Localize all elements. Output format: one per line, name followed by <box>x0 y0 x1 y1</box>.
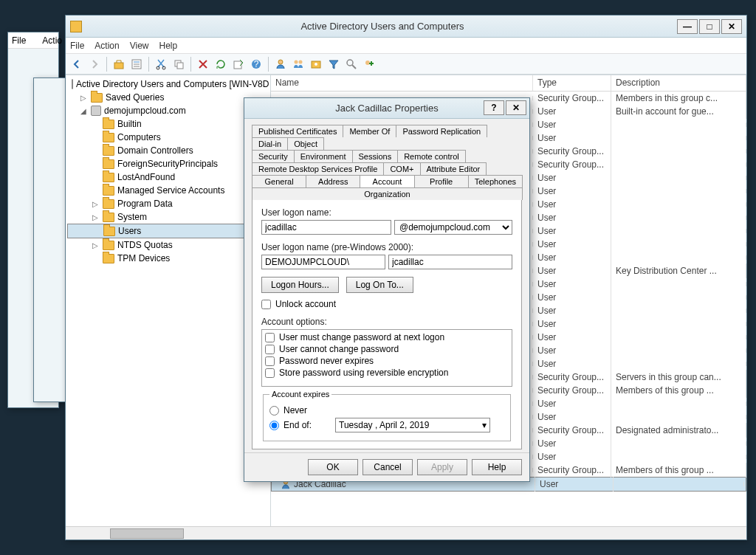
expand-icon[interactable]: ▷ <box>91 241 100 249</box>
up-icon[interactable] <box>111 56 127 72</box>
tab-attribute-editor[interactable]: Attribute Editor <box>420 162 487 175</box>
tree-node[interactable]: ◢demojumpcloud.com <box>67 104 269 117</box>
log-on-to-button[interactable]: Log On To... <box>346 277 413 293</box>
export-icon[interactable] <box>230 56 247 72</box>
expires-endof-radio[interactable]: End of: <box>269 420 312 430</box>
account-option[interactable]: User must change password at next logon <box>264 331 510 343</box>
col-type[interactable]: Type <box>533 75 611 91</box>
maximize-button[interactable]: □ <box>699 19 720 34</box>
tab-security[interactable]: Security <box>252 150 295 162</box>
tree-pane[interactable]: Active Directory Users and Computers [WI… <box>66 75 271 526</box>
tab-remote-control[interactable]: Remote control <box>397 150 466 162</box>
new-ou-icon[interactable] <box>308 56 324 72</box>
tab-environment[interactable]: Environment <box>294 150 353 162</box>
tab-member-of[interactable]: Member Of <box>343 125 396 137</box>
expand-icon[interactable]: ◢ <box>79 107 88 115</box>
dialog-close-button[interactable]: ✕ <box>506 100 526 115</box>
forward-icon[interactable] <box>86 56 103 72</box>
tree-label: Domain Controllers <box>117 145 193 156</box>
tab-password-replication[interactable]: Password Replication <box>396 125 487 137</box>
copy-icon[interactable] <box>171 56 187 72</box>
tab-sessions[interactable]: Sessions <box>352 150 399 162</box>
logon-name-input[interactable] <box>261 220 391 235</box>
calendar-icon[interactable]: ▾ <box>482 420 487 430</box>
account-options-list[interactable]: User must change password at next logon … <box>261 329 512 387</box>
tab-account[interactable]: Account <box>360 175 414 187</box>
tree-node[interactable]: Builtin <box>67 117 269 131</box>
ok-button[interactable]: OK <box>308 459 358 475</box>
col-name[interactable]: Name <box>271 75 533 91</box>
tabs-row-3: Remote Desktop Services ProfileCOM+Attri… <box>252 162 522 175</box>
tree-node[interactable]: Domain Controllers <box>67 144 269 157</box>
account-option[interactable]: User cannot change password <box>264 343 510 355</box>
svg-rect-8 <box>177 63 183 69</box>
expand-icon[interactable]: ▷ <box>79 94 88 102</box>
tab-organization[interactable]: Organization <box>252 187 523 200</box>
row-type: User <box>533 436 611 451</box>
tab-panel-account: User logon name: @demojumpcloud.com User… <box>252 199 522 449</box>
refresh-icon[interactable] <box>213 56 229 72</box>
col-description[interactable]: Description <box>611 75 746 91</box>
tree-label: TPM Devices <box>117 253 170 263</box>
tree-node[interactable]: Computers <box>67 131 269 144</box>
menu-file[interactable]: File <box>70 41 84 51</box>
expand-icon[interactable]: ▷ <box>91 200 100 208</box>
tree-node[interactable]: ▷Program Data <box>67 197 269 210</box>
minimize-button[interactable]: — <box>677 19 698 34</box>
back-icon[interactable] <box>69 56 85 72</box>
tab-general[interactable]: General <box>252 175 306 187</box>
apply-button[interactable]: Apply <box>417 459 467 475</box>
close-button[interactable]: ✕ <box>721 19 742 34</box>
tree-node[interactable]: Managed Service Accounts <box>67 184 269 197</box>
properties-icon[interactable] <box>128 56 145 72</box>
find-icon[interactable] <box>343 56 360 72</box>
menu-action[interactable]: Action <box>94 41 119 51</box>
tree-node[interactable]: ▷Saved Queries <box>67 91 269 104</box>
new-group-icon[interactable] <box>290 56 306 72</box>
expiry-date-picker[interactable]: Tuesday , April 2, 2019 ▾ <box>335 418 490 432</box>
row-desc <box>611 308 746 313</box>
tree-node[interactable]: ▷NTDS Quotas <box>67 238 269 252</box>
tree-root[interactable]: Active Directory Users and Computers [WI… <box>67 77 269 91</box>
expand-icon[interactable]: ▷ <box>91 213 100 221</box>
tab-published-certificates[interactable]: Published Certificates <box>252 125 343 137</box>
folder-icon <box>103 186 114 196</box>
unlock-label: Unlock account <box>275 299 336 309</box>
tab-profile[interactable]: Profile <box>414 175 469 187</box>
unlock-account-checkbox[interactable]: Unlock account <box>261 299 512 309</box>
tab-telephones[interactable]: Telephones <box>468 175 523 187</box>
add-to-group-icon[interactable] <box>361 56 377 72</box>
scroll-thumb[interactable] <box>110 528 184 539</box>
dialog-help-button[interactable]: ? <box>484 100 504 115</box>
tab-remote-desktop-services-profile[interactable]: Remote Desktop Services Profile <box>252 162 384 175</box>
account-option[interactable]: Password never expires <box>264 355 510 367</box>
help-button[interactable]: Help <box>472 459 522 475</box>
cut-icon[interactable] <box>153 56 169 72</box>
tab-dial-in[interactable]: Dial-in <box>252 137 288 150</box>
delete-icon[interactable] <box>195 56 211 72</box>
domain-select[interactable]: @demojumpcloud.com <box>394 220 512 235</box>
logon-hours-button[interactable]: Logon Hours... <box>261 277 339 293</box>
help-icon[interactable]: ? <box>248 56 264 72</box>
tree-node[interactable]: ▷System <box>67 210 269 224</box>
menu-view[interactable]: View <box>130 41 149 51</box>
tree-node[interactable]: ForeignSecurityPrincipals <box>67 157 269 170</box>
expires-never-radio[interactable]: Never <box>269 405 504 416</box>
tree-node[interactable]: Users <box>67 224 269 238</box>
properties-dialog: Jack Cadillac Properties ? ✕ Published C… <box>244 97 530 482</box>
tab-address[interactable]: Address <box>306 175 360 187</box>
tree-node[interactable]: TPM Devices <box>67 252 269 265</box>
bg-menu-action[interactable]: Actio <box>42 35 62 46</box>
tab-object[interactable]: Object <box>287 137 324 150</box>
account-option[interactable]: Store password using reversible encrypti… <box>264 367 510 379</box>
menu-help[interactable]: Help <box>159 41 178 51</box>
svg-point-16 <box>315 63 317 66</box>
pre2k-user-input[interactable] <box>388 255 512 269</box>
new-user-icon[interactable] <box>272 56 289 72</box>
bg-menu-file[interactable]: File <box>12 35 26 46</box>
cancel-button[interactable]: Cancel <box>362 459 413 475</box>
filter-icon[interactable] <box>326 56 342 72</box>
tree-node[interactable]: LostAndFound <box>67 170 269 184</box>
tab-com-[interactable]: COM+ <box>383 162 420 175</box>
horizontal-scrollbar[interactable] <box>66 526 746 540</box>
